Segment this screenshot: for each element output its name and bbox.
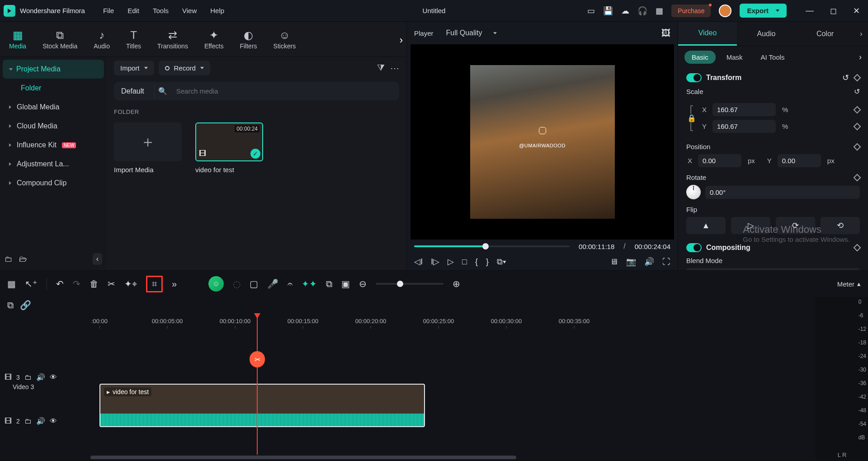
subtab-mask[interactable]: Mask — [719, 51, 750, 64]
camera-icon[interactable]: 📷 — [626, 257, 636, 267]
transform-keyframe[interactable] — [854, 74, 861, 82]
menu-edit[interactable]: Edit — [127, 7, 139, 14]
mark-out-button[interactable]: } — [486, 257, 489, 267]
flip-vertical-button[interactable]: ▷ — [731, 217, 770, 234]
scale-link-icon[interactable]: ⎡🔒⎣ — [686, 105, 697, 131]
position-y-input[interactable]: 0.00 — [778, 154, 821, 167]
tab-color[interactable]: Color — [796, 23, 854, 45]
sidebar-item-adjustment-layer[interactable]: Adjustment La... — [3, 155, 104, 174]
timeline-scrollbar[interactable] — [90, 455, 778, 460]
tab-audio[interactable]: Audio — [737, 23, 796, 45]
ai-cut-icon[interactable]: ✦⌖ — [124, 278, 137, 289]
pip-icon[interactable]: 🖥 — [610, 257, 618, 267]
scrubber-knob[interactable] — [482, 243, 489, 249]
save-icon[interactable]: 💾 — [603, 6, 613, 16]
volume-icon[interactable]: 🔊 — [644, 257, 654, 267]
playhead[interactable]: ✂ — [257, 313, 258, 455]
sort-dropdown[interactable]: Default — [115, 84, 155, 99]
timeline-scroll-thumb[interactable] — [90, 456, 516, 459]
mark-in-button[interactable]: { — [475, 257, 478, 267]
snapshot-icon[interactable]: 🖼 — [661, 28, 670, 38]
tabs-scroll-right[interactable]: › — [854, 30, 868, 38]
blend-mode-dropdown[interactable]: Normal▾ — [686, 268, 860, 270]
grid-icon[interactable]: ▦ — [7, 278, 16, 289]
position-keyframe[interactable] — [854, 143, 861, 151]
track-eye-icon[interactable]: 👁 — [50, 373, 57, 381]
import-media-card[interactable]: ＋ — [114, 122, 182, 161]
video-viewer[interactable]: @UMAIRWADOOD — [410, 44, 674, 240]
time-ruler[interactable]: :00:0000:00:05:0000:00:10:0000:00:15:000… — [90, 313, 868, 329]
menu-tools[interactable]: Tools — [153, 7, 169, 14]
menu-file[interactable]: File — [103, 7, 114, 14]
export-button[interactable]: Export — [740, 4, 787, 18]
record-dropdown[interactable]: Record — [159, 61, 210, 75]
mode-scroll-right[interactable]: › — [400, 34, 403, 46]
prev-frame-button[interactable]: ◁Ⅰ — [414, 257, 423, 267]
layout-icon[interactable]: ▭ — [587, 6, 595, 16]
mode-effects[interactable]: ✦Effects — [201, 26, 227, 52]
media-clip[interactable]: 00:00:24 🎞 ✓ — [195, 122, 263, 161]
scale-reset-icon[interactable]: ↺ — [854, 87, 860, 96]
sidebar-item-global-media[interactable]: Global Media — [3, 98, 104, 117]
collapse-sidebar-button[interactable]: ‹ — [93, 253, 102, 265]
group-icon[interactable]: ⧉ — [326, 279, 332, 289]
next-frame-button[interactable]: Ⅰ▷ — [431, 257, 439, 267]
sidebar-item-folder[interactable]: Folder — [3, 79, 104, 98]
mode-stickers[interactable]: ☺Stickers — [270, 26, 300, 52]
sidebar-item-influence-kit[interactable]: Influence KitNEW — [3, 136, 104, 155]
headset-icon[interactable]: 🎧 — [637, 6, 647, 16]
voice-icon[interactable]: 🎤 — [267, 278, 278, 289]
filter-icon[interactable]: ⧩ — [377, 63, 385, 74]
play-button[interactable]: ▷ — [448, 257, 454, 267]
fit-icon[interactable]: ▣ — [341, 278, 350, 289]
menu-view[interactable]: View — [182, 7, 197, 14]
sidebar-item-cloud-media[interactable]: Cloud Media — [3, 117, 104, 136]
subtab-basic[interactable]: Basic — [684, 51, 716, 64]
meter-label[interactable]: Meter▴ — [837, 280, 861, 288]
zoom-in-icon[interactable]: ⊕ — [453, 278, 460, 289]
search-input[interactable] — [171, 83, 398, 99]
delete-icon[interactable]: 🗑 — [90, 279, 99, 289]
transform-reset-icon[interactable]: ↺ — [842, 73, 849, 83]
position-x-input[interactable]: 0.00 — [698, 154, 741, 167]
playhead-cut-bubble[interactable]: ✂ — [250, 351, 265, 367]
mode-media[interactable]: ▦Media — [5, 26, 30, 52]
track-head-video3[interactable]: 🎞3🗀🔊👁 — [0, 373, 90, 381]
scale-y-keyframe[interactable] — [854, 122, 861, 130]
mode-transitions[interactable]: ⇄Transitions — [154, 26, 192, 52]
crop-icon[interactable]: ⌗ — [146, 276, 163, 292]
transform-toggle[interactable] — [686, 73, 702, 82]
new-folder-icon[interactable]: 🗀 — [5, 254, 13, 264]
rotate-ccw-button[interactable]: ⟲ — [821, 217, 860, 234]
scale-x-input[interactable]: 160.67 — [712, 103, 776, 116]
track-eye-icon[interactable]: 👁 — [50, 417, 57, 425]
tab-video[interactable]: Video — [678, 22, 737, 46]
rotate-input[interactable]: 0.00° — [705, 186, 860, 199]
subtabs-scroll-right[interactable]: › — [859, 52, 862, 62]
ratio-dropdown[interactable]: ⧉▾ — [497, 257, 506, 267]
pointer-icon[interactable]: ↖⁺ — [25, 278, 38, 289]
minimize-button[interactable]: — — [801, 4, 818, 18]
mixer-icon[interactable]: 𝄐 — [288, 279, 292, 289]
split-icon[interactable]: ✂ — [108, 278, 115, 289]
mode-filters[interactable]: ◐Filters — [236, 26, 260, 52]
zoom-knob[interactable] — [397, 281, 403, 287]
compositing-toggle[interactable] — [686, 243, 702, 252]
mode-stock-media[interactable]: ⧉Stock Media — [39, 26, 81, 52]
undo-icon[interactable]: ↶ — [56, 278, 64, 289]
rotate-keyframe[interactable] — [854, 174, 861, 181]
rotate-knob[interactable] — [686, 185, 701, 199]
redo-icon[interactable]: ↷ — [73, 278, 80, 289]
scrubber[interactable] — [414, 245, 570, 247]
open-folder-icon[interactable]: 🗁 — [19, 254, 27, 264]
speed-icon[interactable]: ◌ — [233, 278, 241, 289]
flip-horizontal-button[interactable]: ▲ — [686, 217, 726, 234]
duplicate-icon[interactable]: ⧉ — [7, 300, 14, 310]
rotate-cw-button[interactable]: ⟳ — [776, 217, 815, 234]
more-icon[interactable]: ⋯ — [390, 63, 399, 74]
sidebar-item-project-media[interactable]: Project Media — [3, 60, 104, 79]
zoom-slider[interactable] — [376, 283, 443, 285]
purchase-button[interactable]: Purchase — [671, 5, 711, 17]
link-icon[interactable]: 🔗 — [20, 300, 31, 310]
timeline-clip[interactable]: ▸video for test — [99, 384, 425, 427]
